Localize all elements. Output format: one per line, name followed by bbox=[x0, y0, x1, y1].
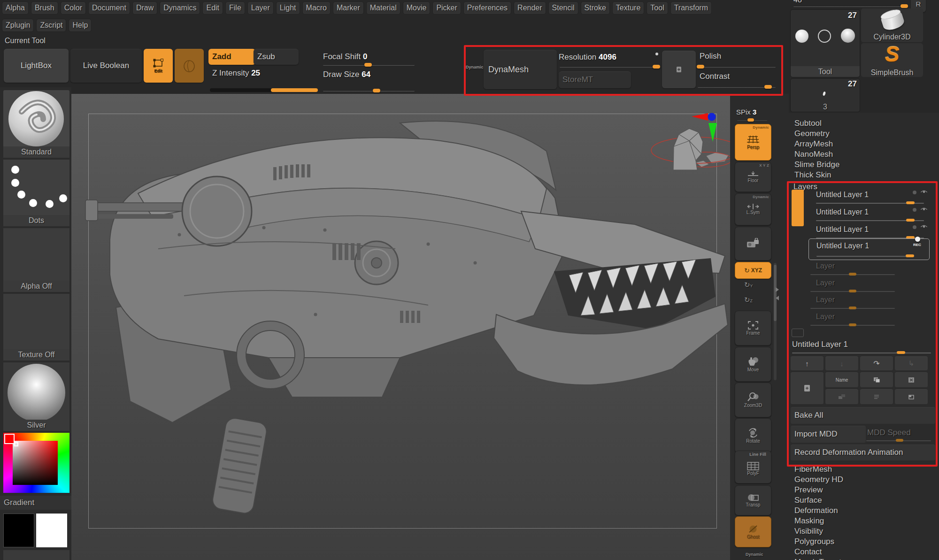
section-thick-skin[interactable]: Thick Skin bbox=[794, 170, 831, 180]
layer-intensity-handle[interactable] bbox=[849, 307, 856, 309]
texture-preview-tile[interactable] bbox=[3, 294, 69, 349]
ghost-button[interactable]: Ghost bbox=[735, 516, 771, 547]
draw-ellipse-button[interactable] bbox=[175, 49, 204, 83]
section-preview[interactable]: Preview bbox=[794, 485, 823, 495]
current-color-swatch[interactable] bbox=[4, 434, 15, 444]
draw-size-handle[interactable] bbox=[373, 89, 380, 92]
layer-bake-button[interactable] bbox=[860, 389, 893, 405]
frame-button[interactable]: Frame bbox=[735, 311, 771, 345]
section-polygroups[interactable]: Polygroups bbox=[794, 537, 834, 546]
persp-button[interactable]: Dynamic Persp bbox=[735, 124, 771, 161]
stroke-preview-tile[interactable] bbox=[3, 160, 69, 215]
viewport-canvas[interactable] bbox=[71, 94, 730, 560]
layer-row[interactable]: Untitled Layer 1 bbox=[816, 208, 869, 216]
section-surface[interactable]: Surface bbox=[794, 496, 822, 505]
topright-slider[interactable] bbox=[793, 6, 907, 7]
alpha-preview-tile[interactable] bbox=[3, 228, 69, 281]
floor-button[interactable]: X Y Z Floor bbox=[735, 162, 771, 192]
brush-quick-pick[interactable]: 27 3 bbox=[790, 78, 860, 112]
section-slime-bridge[interactable]: Slime Bridge bbox=[794, 160, 839, 169]
layer-rec-dot[interactable] bbox=[915, 237, 920, 242]
spix-handle[interactable] bbox=[747, 118, 754, 122]
layer-split-button[interactable]: ↷ bbox=[860, 356, 893, 371]
layer-delete-button[interactable] bbox=[894, 372, 928, 388]
sel-layer-handle[interactable] bbox=[897, 351, 905, 354]
sel-layer-slider[interactable] bbox=[792, 353, 931, 353]
menu-stencil[interactable]: Stencil bbox=[548, 1, 578, 15]
cylinder3d-tool-tile[interactable]: Cylinder3D bbox=[861, 8, 923, 42]
section-subtool[interactable]: Subtool bbox=[794, 119, 822, 128]
menu-transform[interactable]: Transform bbox=[670, 1, 712, 15]
menu-tool[interactable]: Tool bbox=[647, 1, 668, 15]
gradient-switch[interactable]: Gradient bbox=[0, 496, 71, 510]
brush-preview-tile[interactable] bbox=[3, 90, 69, 146]
sv-cursor[interactable] bbox=[14, 442, 18, 446]
zsub-button[interactable]: Zsub bbox=[254, 49, 299, 65]
zoom3d-button[interactable]: Zoom3D bbox=[735, 383, 771, 417]
rotate-xyz-constraint-button[interactable]: ↻ XYZ bbox=[735, 262, 771, 279]
menu-texture[interactable]: Texture bbox=[612, 1, 644, 15]
layer-row-selected[interactable]: Untitled Layer 1 REC bbox=[808, 238, 930, 260]
menu-macro[interactable]: Macro bbox=[302, 1, 331, 15]
menu-draw[interactable]: Draw bbox=[132, 1, 157, 15]
layer-eye-icon[interactable] bbox=[920, 224, 928, 230]
layer-row-empty[interactable]: Layer bbox=[816, 296, 835, 304]
import-mdd-button[interactable]: Import MDD bbox=[790, 425, 866, 443]
draw-size-slider-label[interactable]: Draw Size 64 bbox=[323, 70, 370, 79]
layer-row-empty[interactable]: Layer bbox=[816, 262, 835, 270]
group-options-button[interactable] bbox=[662, 51, 696, 88]
menu-picker[interactable]: Picker bbox=[432, 1, 461, 15]
tool-quick-pick[interactable]: 27 Tool bbox=[790, 9, 860, 77]
section-geometry-hd[interactable]: Geometry HD bbox=[794, 475, 843, 484]
edit-mode-button[interactable]: Edit bbox=[144, 49, 173, 83]
menu-preferences[interactable]: Preferences bbox=[463, 1, 511, 15]
section-fibermesh[interactable]: FiberMesh bbox=[794, 465, 832, 474]
menu-render[interactable]: Render bbox=[514, 1, 546, 15]
camera-lock-button[interactable] bbox=[735, 227, 771, 261]
panel-collapse-arrow-icon[interactable] bbox=[776, 296, 779, 300]
strip-scrollbar[interactable] bbox=[774, 263, 777, 380]
focal-shift-slider-label[interactable]: Focal Shift 0 bbox=[323, 52, 368, 61]
contrast-slider-label[interactable]: Contrast bbox=[700, 72, 730, 81]
move-button[interactable]: Move bbox=[735, 347, 771, 382]
layer-intensity-handle[interactable] bbox=[906, 219, 915, 222]
layer-intensity-slider[interactable] bbox=[816, 256, 914, 257]
layer-mode-dot[interactable] bbox=[913, 191, 916, 194]
sv-square[interactable] bbox=[13, 441, 58, 485]
menu-color[interactable]: Color bbox=[61, 1, 86, 15]
menu-edit[interactable]: Edit bbox=[202, 1, 223, 15]
layer-eye-icon[interactable] bbox=[920, 190, 928, 195]
strip-scrollbar-thumb[interactable] bbox=[774, 265, 777, 321]
section-deformation[interactable]: Deformation bbox=[794, 506, 838, 515]
layer-move-up-button[interactable]: ↑ bbox=[790, 356, 824, 371]
lightbox-button[interactable]: LightBox bbox=[4, 49, 69, 83]
layer-branch-button[interactable]: ↳ bbox=[894, 356, 928, 371]
layer-row[interactable]: Untitled Layer 1 bbox=[816, 191, 869, 199]
menu-zscript[interactable]: Zscript bbox=[36, 19, 66, 32]
rotate-button[interactable]: Rotate bbox=[735, 418, 771, 453]
layer-intensity-handle[interactable] bbox=[906, 254, 914, 257]
focal-shift-handle[interactable] bbox=[364, 63, 372, 67]
nav-axis-gizmo[interactable] bbox=[689, 111, 722, 145]
mdd-speed-handle[interactable] bbox=[896, 439, 903, 442]
polyframe-button[interactable]: Line Fill PolyF bbox=[735, 451, 771, 483]
z-intensity-slider-label[interactable]: Z Intensity 25 bbox=[212, 69, 260, 78]
section-arraymesh[interactable]: ArrayMesh bbox=[794, 139, 833, 149]
transparency-button[interactable]: Transp bbox=[735, 485, 771, 515]
layer-move-down-button[interactable]: ↓ bbox=[825, 356, 859, 371]
menu-dynamics[interactable]: Dynamics bbox=[160, 1, 200, 15]
secondary-color-swatch-black[interactable] bbox=[3, 514, 34, 547]
layer-intensity-handle[interactable] bbox=[849, 273, 856, 276]
local-symmetry-button[interactable]: Dynamic L.Sym bbox=[735, 193, 771, 225]
spix-slider-label[interactable]: SPix 3 bbox=[736, 108, 756, 116]
layer-eye-icon[interactable] bbox=[920, 207, 928, 212]
layer-mode-dot[interactable] bbox=[913, 225, 916, 229]
menu-brush[interactable]: Brush bbox=[31, 1, 58, 15]
simplebrush-tile[interactable]: S SimpleBrush bbox=[861, 43, 923, 77]
draw-size-slider[interactable] bbox=[323, 90, 415, 92]
record-deformation-button[interactable]: Record Deformation Animation bbox=[790, 444, 936, 461]
polish-handle[interactable] bbox=[697, 65, 704, 69]
menu-movie[interactable]: Movie bbox=[403, 1, 431, 15]
material-preview-tile[interactable] bbox=[3, 362, 69, 420]
menu-stroke[interactable]: Stroke bbox=[581, 1, 610, 15]
